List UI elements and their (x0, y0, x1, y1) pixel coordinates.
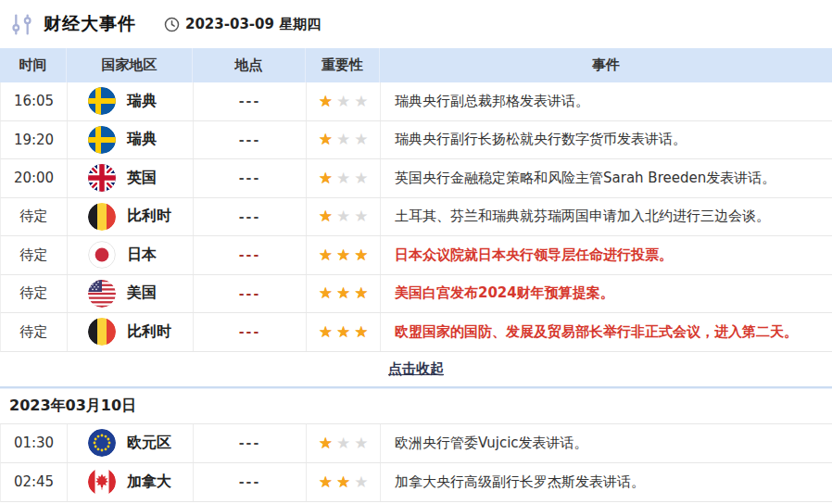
star-empty-icon: ★ (336, 208, 350, 224)
importance-stars: ★★★ (307, 463, 381, 501)
event-row[interactable]: 02:45 加拿大 --- ★★★ 加拿大央行高级副行长罗杰斯发表讲话。 (0, 463, 832, 502)
table-header-row: 时间 国家地区 地点 重要性 事件 (0, 48, 832, 82)
star-filled-icon: ★ (336, 285, 350, 301)
star-empty-icon: ★ (354, 170, 368, 186)
star-filled-icon: ★ (319, 435, 333, 451)
event-time: 20:00 (1, 159, 68, 197)
star-filled-icon: ★ (319, 208, 333, 224)
event-country: 欧元区 (68, 424, 194, 462)
country-name: 日本 (127, 246, 157, 265)
event-location: --- (194, 159, 307, 197)
importance-stars: ★★★ (307, 275, 381, 313)
star-filled-icon: ★ (354, 247, 368, 263)
event-description: 美国白宫发布2024财年预算提案。 (381, 275, 832, 313)
financial-calendar-page: 财经大事件 2023-03-09 星期四 时间 国家地区 地点 重要性 事件 1… (0, 0, 832, 504)
country-name: 美国 (127, 284, 157, 303)
star-empty-icon: ★ (336, 170, 350, 186)
event-row[interactable]: 20:00 英国 --- ★★★ 英国央行金融稳定策略和风险主管Sarah Br… (0, 159, 832, 198)
event-location: --- (194, 424, 307, 462)
country-name: 瑞典 (127, 130, 157, 149)
importance-stars: ★★★ (307, 198, 381, 236)
event-location: --- (194, 236, 307, 274)
event-description: 英国央行金融稳定策略和风险主管Sarah Breeden发表讲话。 (381, 159, 832, 197)
event-description: 欧盟国家的国防、发展及贸易部长举行非正式会议，进入第二天。 (381, 313, 832, 351)
star-filled-icon: ★ (336, 324, 350, 340)
event-row[interactable]: 16:05 瑞典 --- ★★★ 瑞典央行副总裁邦格发表讲话。 (0, 82, 832, 121)
country-name: 比利时 (127, 207, 171, 226)
event-country: 瑞典 (68, 121, 194, 159)
event-list-day1: 16:05 瑞典 --- ★★★ 瑞典央行副总裁邦格发表讲话。 19:20 瑞典… (0, 82, 832, 352)
column-header-country: 国家地区 (67, 48, 193, 82)
star-empty-icon: ★ (354, 435, 368, 451)
column-header-event: 事件 (380, 48, 832, 82)
star-filled-icon: ★ (354, 285, 368, 301)
japan-flag-icon (88, 241, 116, 269)
page-header: 财经大事件 2023-03-09 星期四 (0, 0, 832, 48)
belgium-flag-icon (88, 318, 116, 346)
star-empty-icon: ★ (354, 208, 368, 224)
event-list-day2: 01:30 欧元区 --- ★★★ 欧洲央行管委Vujcic发表讲话。 02:4… (0, 424, 832, 502)
star-filled-icon: ★ (319, 132, 333, 147)
event-country: 比利时 (68, 313, 194, 351)
collapse-row: 点击收起 (0, 352, 832, 386)
star-filled-icon: ★ (336, 247, 350, 263)
event-time: 01:30 (1, 424, 68, 462)
star-empty-icon: ★ (336, 132, 350, 147)
event-location: --- (194, 198, 307, 236)
event-location: --- (194, 275, 307, 313)
event-country: 加拿大 (68, 463, 194, 501)
column-header-importance: 重要性 (306, 48, 380, 82)
event-row[interactable]: 待定 日本 --- ★★★ 日本众议院就日本央行领导层任命进行投票。 (0, 236, 832, 275)
importance-stars: ★★★ (307, 159, 381, 197)
eu-flag-icon (88, 429, 116, 457)
uk-flag-icon (88, 164, 116, 192)
column-header-time: 时间 (0, 48, 67, 82)
event-country: 比利时 (68, 198, 194, 236)
country-name: 比利时 (127, 322, 171, 342)
importance-stars: ★★★ (307, 82, 381, 120)
event-description: 瑞典央行副行长扬松就央行数字货币发表讲话。 (381, 121, 832, 159)
star-filled-icon: ★ (319, 285, 333, 301)
next-date-heading: 2023年03月10日 (0, 389, 832, 424)
sliders-icon (9, 12, 34, 37)
event-time: 待定 (1, 198, 68, 236)
importance-stars: ★★★ (307, 121, 381, 159)
page-title: 财经大事件 (44, 12, 136, 36)
star-empty-icon: ★ (354, 94, 368, 109)
event-time: 02:45 (1, 463, 68, 501)
current-date: 2023-03-09 星期四 (164, 16, 321, 33)
event-location: --- (194, 121, 307, 159)
clock-icon (164, 17, 180, 32)
event-row[interactable]: 01:30 欧元区 --- ★★★ 欧洲央行管委Vujcic发表讲话。 (0, 424, 832, 463)
event-description: 欧洲央行管委Vujcic发表讲话。 (381, 424, 832, 462)
star-empty-icon: ★ (354, 132, 368, 147)
event-description: 日本众议院就日本央行领导层任命进行投票。 (381, 236, 832, 274)
event-country: 日本 (68, 236, 194, 274)
usa-flag-icon (88, 280, 116, 308)
collapse-link[interactable]: 点击收起 (388, 360, 444, 378)
event-description: 加拿大央行高级副行长罗杰斯发表讲话。 (381, 463, 832, 501)
event-time: 16:05 (1, 82, 68, 120)
country-name: 瑞典 (127, 92, 157, 111)
importance-stars: ★★★ (307, 313, 381, 351)
country-name: 英国 (127, 169, 157, 188)
current-date-label: 2023-03-09 星期四 (185, 16, 321, 33)
event-row[interactable]: 待定 比利时 --- ★★★ 土耳其、芬兰和瑞典就芬瑞两国申请加入北约进行三边会… (0, 198, 832, 237)
event-location: --- (194, 463, 307, 501)
star-empty-icon: ★ (336, 435, 350, 451)
event-country: 英国 (68, 159, 194, 197)
event-row[interactable]: 待定 美国 --- ★★★ 美国白宫发布2024财年预算提案。 (0, 275, 832, 314)
star-filled-icon: ★ (319, 94, 333, 109)
event-row[interactable]: 19:20 瑞典 --- ★★★ 瑞典央行副行长扬松就央行数字货币发表讲话。 (0, 121, 832, 160)
event-description: 瑞典央行副总裁邦格发表讲话。 (381, 82, 832, 120)
star-filled-icon: ★ (336, 474, 350, 490)
country-name: 加拿大 (127, 472, 171, 492)
event-location: --- (194, 313, 307, 351)
importance-stars: ★★★ (307, 424, 381, 462)
importance-stars: ★★★ (307, 236, 381, 274)
event-row[interactable]: 待定 比利时 --- ★★★ 欧盟国家的国防、发展及贸易部长举行非正式会议，进入… (0, 313, 832, 352)
star-filled-icon: ★ (319, 247, 333, 263)
star-filled-icon: ★ (319, 324, 333, 340)
event-country: 美国 (68, 275, 194, 313)
star-filled-icon: ★ (354, 324, 368, 340)
